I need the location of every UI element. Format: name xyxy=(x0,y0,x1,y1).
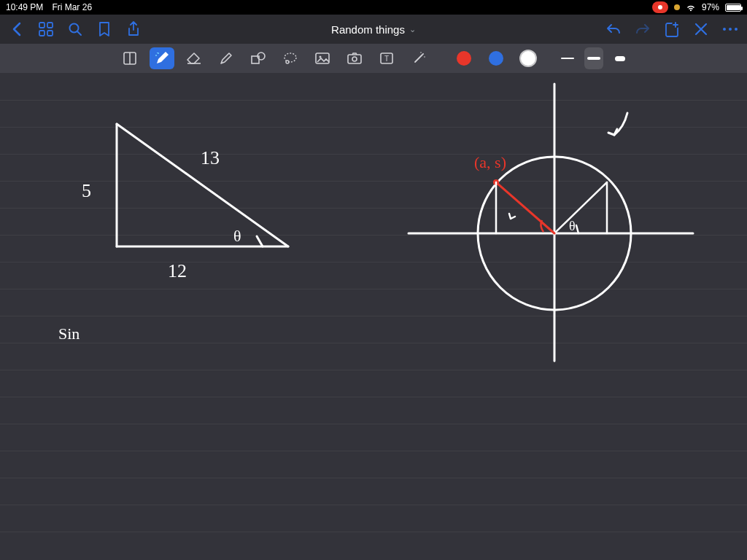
text-tool[interactable]: T xyxy=(374,47,399,69)
eraser-tool[interactable] xyxy=(182,47,206,69)
label-circle-theta: θ xyxy=(569,219,576,233)
svg-point-8 xyxy=(723,28,726,31)
nav-bar: Random things ⌄ xyxy=(0,15,747,44)
screen-record-indicator[interactable] xyxy=(652,1,668,13)
stroke-thin[interactable] xyxy=(558,47,577,69)
redo-button[interactable] xyxy=(635,21,651,37)
close-button[interactable] xyxy=(693,21,709,37)
label-hypotenuse: 13 xyxy=(201,147,220,168)
svg-rect-1 xyxy=(47,23,53,28)
svg-point-23 xyxy=(352,57,357,61)
grid-view-button[interactable] xyxy=(38,21,54,37)
stroke-medium[interactable] xyxy=(584,47,603,69)
status-bar: 10:49 PM Fri Mar 26 97% xyxy=(0,0,747,15)
chevron-down-icon: ⌄ xyxy=(409,25,416,34)
handwritten-content: 5 13 12 θ Sin xyxy=(0,73,747,560)
share-button[interactable] xyxy=(125,21,142,37)
bookmark-button[interactable] xyxy=(96,21,112,37)
highlighter-tool[interactable] xyxy=(214,47,239,69)
document-title: Random things xyxy=(331,23,405,36)
tool-bar: T xyxy=(0,44,747,73)
shapes-tool[interactable] xyxy=(246,47,271,69)
undo-button[interactable] xyxy=(605,21,622,37)
document-title-dropdown[interactable]: Random things ⌄ xyxy=(142,23,605,36)
status-time: 10:49 PM xyxy=(6,2,43,12)
search-button[interactable] xyxy=(67,21,83,37)
wifi-icon xyxy=(686,4,696,11)
svg-line-5 xyxy=(78,32,82,36)
drawing-canvas[interactable]: 5 13 12 θ Sin xyxy=(0,73,747,560)
back-button[interactable] xyxy=(9,21,25,37)
magic-tool[interactable] xyxy=(406,47,431,69)
svg-rect-0 xyxy=(39,23,44,28)
svg-point-9 xyxy=(729,28,732,31)
camera-tool[interactable] xyxy=(342,47,367,69)
svg-point-4 xyxy=(70,24,79,33)
battery-icon xyxy=(725,4,741,12)
svg-rect-2 xyxy=(39,31,44,36)
svg-point-10 xyxy=(735,28,738,31)
svg-point-14 xyxy=(155,55,157,56)
label-side-b: 12 xyxy=(168,260,187,281)
svg-point-28 xyxy=(420,52,422,53)
page-tool[interactable] xyxy=(117,47,142,69)
svg-point-27 xyxy=(424,56,425,58)
color-red[interactable] xyxy=(452,47,476,69)
label-theta: θ xyxy=(233,227,241,245)
mic-indicator-icon xyxy=(674,4,680,10)
lasso-tool[interactable] xyxy=(278,47,303,69)
add-page-button[interactable] xyxy=(664,21,680,37)
more-button[interactable] xyxy=(722,21,738,37)
svg-point-19 xyxy=(286,61,289,63)
image-tool[interactable] xyxy=(310,47,335,69)
label-sin: Sin xyxy=(58,324,80,343)
svg-rect-3 xyxy=(47,31,53,36)
pen-tool[interactable] xyxy=(150,47,174,69)
label-side-a: 5 xyxy=(82,180,91,201)
svg-point-26 xyxy=(422,53,424,55)
svg-rect-22 xyxy=(348,55,361,63)
color-white[interactable] xyxy=(516,47,541,69)
svg-text:T: T xyxy=(384,55,389,63)
battery-percent: 97% xyxy=(702,2,719,12)
status-date: Fri Mar 26 xyxy=(52,2,92,12)
label-point: (a, s) xyxy=(474,153,506,171)
color-blue[interactable] xyxy=(484,47,508,69)
stroke-thick[interactable] xyxy=(611,47,630,69)
